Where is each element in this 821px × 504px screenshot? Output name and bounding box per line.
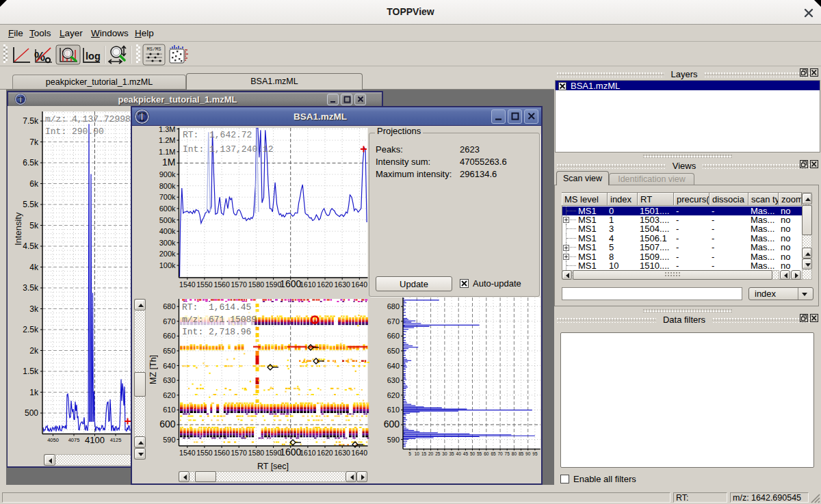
svg-text:200k: 200k [159, 250, 176, 258]
svg-text:35: 35 [449, 451, 454, 456]
svg-text:75: 75 [505, 451, 510, 456]
svg-text:5: 5 [408, 451, 411, 456]
svg-text:Int: 2,718.96: Int: 2,718.96 [182, 327, 251, 337]
svg-text:1560: 1560 [213, 449, 230, 457]
svg-text:1620: 1620 [317, 449, 333, 457]
svg-text:55: 55 [477, 451, 482, 456]
svg-text:640: 640 [163, 362, 175, 370]
svg-text:1550: 1550 [196, 449, 213, 457]
svg-text:800k: 800k [159, 182, 176, 190]
svg-text:10: 10 [415, 451, 420, 456]
svg-text:65: 65 [491, 451, 496, 456]
svg-text:900k: 900k [159, 170, 176, 178]
svg-text:680: 680 [387, 302, 400, 310]
svg-text:1540: 1540 [179, 280, 196, 289]
svg-text:1540: 1540 [179, 449, 196, 457]
svg-text:1570: 1570 [231, 280, 248, 289]
svg-text:1600: 1600 [280, 447, 301, 457]
svg-text:1610: 1610 [300, 449, 316, 457]
svg-text:650: 650 [163, 347, 175, 355]
svg-text:590: 590 [387, 436, 400, 444]
svg-text:670: 670 [387, 317, 400, 326]
svg-text:610: 610 [387, 406, 400, 414]
svg-text:1.1M: 1.1M [159, 148, 175, 156]
svg-text:300k: 300k [159, 239, 176, 247]
svg-text:680: 680 [163, 302, 175, 310]
svg-text:Int: 1,137,240.12: Int: 1,137,240.12 [183, 144, 274, 155]
svg-text:1550: 1550 [196, 280, 213, 289]
svg-text:1640: 1640 [352, 449, 368, 457]
svg-text:1630: 1630 [335, 280, 351, 289]
svg-text:30: 30 [442, 451, 447, 456]
svg-text:70: 70 [497, 451, 503, 456]
svg-text:1.3M: 1.3M [159, 125, 175, 133]
svg-text:610: 610 [163, 406, 175, 414]
svg-text:60: 60 [484, 451, 489, 456]
svg-text:100k: 100k [159, 261, 176, 269]
svg-text:700k: 700k [159, 193, 176, 201]
svg-text:15: 15 [421, 451, 427, 456]
svg-text:1620: 1620 [317, 280, 333, 289]
svg-text:600: 600 [159, 419, 176, 429]
svg-text:1560: 1560 [213, 280, 230, 289]
svg-text:85: 85 [519, 451, 524, 456]
svg-text:600k: 600k [159, 204, 176, 213]
svg-text:1.2M: 1.2M [159, 136, 175, 144]
svg-text:640: 640 [387, 362, 400, 370]
svg-text:1590: 1590 [265, 280, 282, 289]
svg-text:90: 90 [525, 451, 531, 456]
svg-text:1600: 1600 [280, 278, 301, 289]
svg-text:1M: 1M [162, 157, 175, 168]
svg-text:20: 20 [428, 451, 434, 456]
svg-text:630: 630 [163, 376, 175, 384]
svg-text:620: 620 [387, 391, 400, 399]
svg-text:95: 95 [532, 451, 538, 456]
svg-text:1590: 1590 [265, 449, 282, 457]
svg-text:660: 660 [163, 332, 175, 340]
svg-text:670: 670 [163, 317, 175, 326]
svg-text:50: 50 [470, 451, 475, 456]
svg-text:m/z: 671.15089: m/z: 671.15089 [182, 315, 257, 325]
svg-text:RT: 1,614.45: RT: 1,614.45 [182, 302, 251, 313]
svg-text:1630: 1630 [335, 449, 351, 457]
svg-text:590: 590 [163, 436, 175, 444]
svg-text:1640: 1640 [352, 280, 368, 289]
svg-text:40: 40 [456, 451, 462, 456]
svg-text:500k: 500k [159, 216, 176, 224]
svg-text:630: 630 [387, 376, 400, 384]
svg-text:RT: 1,642.72: RT: 1,642.72 [183, 130, 252, 140]
svg-text:620: 620 [163, 391, 175, 399]
svg-text:660: 660 [387, 332, 400, 340]
svg-text:650: 650 [387, 347, 400, 355]
svg-text:400k: 400k [159, 227, 176, 235]
svg-text:1580: 1580 [248, 280, 265, 289]
svg-text:25: 25 [435, 451, 441, 456]
svg-text:45: 45 [463, 451, 469, 456]
svg-text:600: 600 [384, 419, 400, 429]
svg-text:1610: 1610 [300, 280, 316, 289]
svg-text:1570: 1570 [231, 449, 248, 457]
svg-text:80: 80 [512, 451, 517, 456]
svg-text:1580: 1580 [248, 449, 265, 457]
svg-text:RT [sec]: RT [sec] [257, 462, 289, 471]
